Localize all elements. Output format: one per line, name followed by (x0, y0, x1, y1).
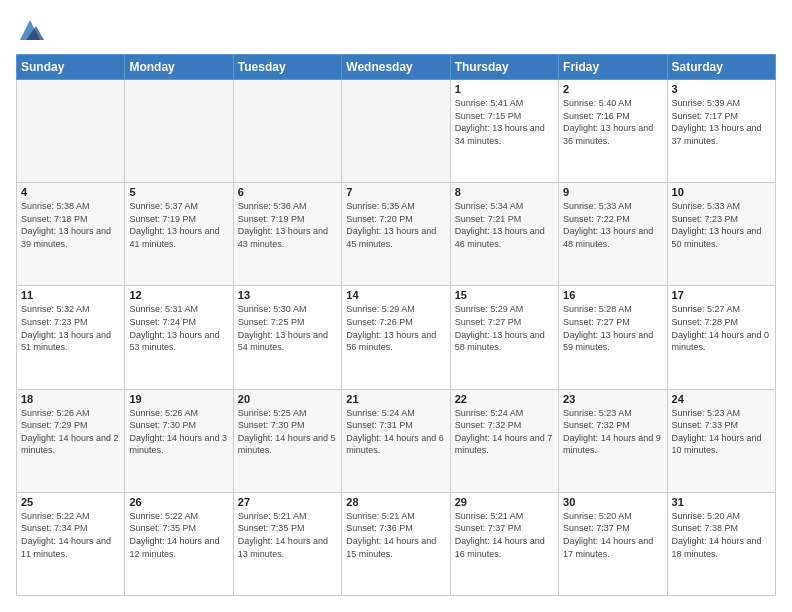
header (16, 16, 776, 44)
weekday-header-friday: Friday (559, 55, 667, 80)
day-info: Sunrise: 5:33 AMSunset: 7:23 PMDaylight:… (672, 200, 771, 250)
day-number: 2 (563, 83, 662, 95)
day-number: 14 (346, 289, 445, 301)
day-info: Sunrise: 5:32 AMSunset: 7:23 PMDaylight:… (21, 303, 120, 353)
day-number: 20 (238, 393, 337, 405)
weekday-header-monday: Monday (125, 55, 233, 80)
calendar-cell: 9Sunrise: 5:33 AMSunset: 7:22 PMDaylight… (559, 183, 667, 286)
day-info: Sunrise: 5:20 AMSunset: 7:37 PMDaylight:… (563, 510, 662, 560)
day-number: 4 (21, 186, 120, 198)
calendar-cell: 8Sunrise: 5:34 AMSunset: 7:21 PMDaylight… (450, 183, 558, 286)
day-number: 18 (21, 393, 120, 405)
day-number: 9 (563, 186, 662, 198)
day-info: Sunrise: 5:29 AMSunset: 7:27 PMDaylight:… (455, 303, 554, 353)
calendar-cell (233, 80, 341, 183)
calendar-week-5: 25Sunrise: 5:22 AMSunset: 7:34 PMDayligh… (17, 492, 776, 595)
calendar-cell: 19Sunrise: 5:26 AMSunset: 7:30 PMDayligh… (125, 389, 233, 492)
day-info: Sunrise: 5:33 AMSunset: 7:22 PMDaylight:… (563, 200, 662, 250)
weekday-header-saturday: Saturday (667, 55, 775, 80)
calendar-cell: 7Sunrise: 5:35 AMSunset: 7:20 PMDaylight… (342, 183, 450, 286)
calendar-cell (17, 80, 125, 183)
day-info: Sunrise: 5:40 AMSunset: 7:16 PMDaylight:… (563, 97, 662, 147)
calendar-cell: 23Sunrise: 5:23 AMSunset: 7:32 PMDayligh… (559, 389, 667, 492)
day-info: Sunrise: 5:29 AMSunset: 7:26 PMDaylight:… (346, 303, 445, 353)
weekday-header-thursday: Thursday (450, 55, 558, 80)
calendar-cell: 12Sunrise: 5:31 AMSunset: 7:24 PMDayligh… (125, 286, 233, 389)
day-number: 27 (238, 496, 337, 508)
calendar-cell: 14Sunrise: 5:29 AMSunset: 7:26 PMDayligh… (342, 286, 450, 389)
calendar-cell: 4Sunrise: 5:38 AMSunset: 7:18 PMDaylight… (17, 183, 125, 286)
weekday-header-tuesday: Tuesday (233, 55, 341, 80)
calendar-cell: 15Sunrise: 5:29 AMSunset: 7:27 PMDayligh… (450, 286, 558, 389)
day-number: 30 (563, 496, 662, 508)
day-number: 8 (455, 186, 554, 198)
day-info: Sunrise: 5:27 AMSunset: 7:28 PMDaylight:… (672, 303, 771, 353)
day-number: 12 (129, 289, 228, 301)
calendar-cell: 5Sunrise: 5:37 AMSunset: 7:19 PMDaylight… (125, 183, 233, 286)
day-info: Sunrise: 5:21 AMSunset: 7:36 PMDaylight:… (346, 510, 445, 560)
calendar-cell (342, 80, 450, 183)
day-number: 5 (129, 186, 228, 198)
day-number: 3 (672, 83, 771, 95)
day-info: Sunrise: 5:30 AMSunset: 7:25 PMDaylight:… (238, 303, 337, 353)
calendar-week-4: 18Sunrise: 5:26 AMSunset: 7:29 PMDayligh… (17, 389, 776, 492)
calendar-cell: 26Sunrise: 5:22 AMSunset: 7:35 PMDayligh… (125, 492, 233, 595)
day-number: 7 (346, 186, 445, 198)
weekday-header-sunday: Sunday (17, 55, 125, 80)
calendar-cell: 31Sunrise: 5:20 AMSunset: 7:38 PMDayligh… (667, 492, 775, 595)
day-info: Sunrise: 5:28 AMSunset: 7:27 PMDaylight:… (563, 303, 662, 353)
day-number: 13 (238, 289, 337, 301)
calendar-cell: 27Sunrise: 5:21 AMSunset: 7:35 PMDayligh… (233, 492, 341, 595)
day-number: 25 (21, 496, 120, 508)
calendar-cell: 21Sunrise: 5:24 AMSunset: 7:31 PMDayligh… (342, 389, 450, 492)
day-number: 11 (21, 289, 120, 301)
day-info: Sunrise: 5:24 AMSunset: 7:31 PMDaylight:… (346, 407, 445, 457)
calendar-cell: 1Sunrise: 5:41 AMSunset: 7:15 PMDaylight… (450, 80, 558, 183)
day-info: Sunrise: 5:25 AMSunset: 7:30 PMDaylight:… (238, 407, 337, 457)
day-number: 16 (563, 289, 662, 301)
logo (16, 16, 48, 44)
day-number: 31 (672, 496, 771, 508)
day-number: 24 (672, 393, 771, 405)
logo-icon (16, 16, 44, 44)
day-info: Sunrise: 5:35 AMSunset: 7:20 PMDaylight:… (346, 200, 445, 250)
day-info: Sunrise: 5:38 AMSunset: 7:18 PMDaylight:… (21, 200, 120, 250)
page: SundayMondayTuesdayWednesdayThursdayFrid… (0, 0, 792, 612)
day-info: Sunrise: 5:23 AMSunset: 7:33 PMDaylight:… (672, 407, 771, 457)
calendar-cell (125, 80, 233, 183)
calendar-cell: 18Sunrise: 5:26 AMSunset: 7:29 PMDayligh… (17, 389, 125, 492)
calendar-table: SundayMondayTuesdayWednesdayThursdayFrid… (16, 54, 776, 596)
calendar-cell: 16Sunrise: 5:28 AMSunset: 7:27 PMDayligh… (559, 286, 667, 389)
calendar-cell: 13Sunrise: 5:30 AMSunset: 7:25 PMDayligh… (233, 286, 341, 389)
day-info: Sunrise: 5:20 AMSunset: 7:38 PMDaylight:… (672, 510, 771, 560)
calendar-cell: 3Sunrise: 5:39 AMSunset: 7:17 PMDaylight… (667, 80, 775, 183)
weekday-header-wednesday: Wednesday (342, 55, 450, 80)
day-info: Sunrise: 5:21 AMSunset: 7:37 PMDaylight:… (455, 510, 554, 560)
calendar-cell: 11Sunrise: 5:32 AMSunset: 7:23 PMDayligh… (17, 286, 125, 389)
day-number: 28 (346, 496, 445, 508)
day-number: 10 (672, 186, 771, 198)
calendar-cell: 20Sunrise: 5:25 AMSunset: 7:30 PMDayligh… (233, 389, 341, 492)
day-number: 15 (455, 289, 554, 301)
day-info: Sunrise: 5:34 AMSunset: 7:21 PMDaylight:… (455, 200, 554, 250)
calendar-cell: 24Sunrise: 5:23 AMSunset: 7:33 PMDayligh… (667, 389, 775, 492)
day-number: 22 (455, 393, 554, 405)
day-info: Sunrise: 5:36 AMSunset: 7:19 PMDaylight:… (238, 200, 337, 250)
day-info: Sunrise: 5:22 AMSunset: 7:34 PMDaylight:… (21, 510, 120, 560)
day-number: 19 (129, 393, 228, 405)
day-number: 29 (455, 496, 554, 508)
day-number: 23 (563, 393, 662, 405)
day-info: Sunrise: 5:24 AMSunset: 7:32 PMDaylight:… (455, 407, 554, 457)
calendar-cell: 22Sunrise: 5:24 AMSunset: 7:32 PMDayligh… (450, 389, 558, 492)
calendar-cell: 6Sunrise: 5:36 AMSunset: 7:19 PMDaylight… (233, 183, 341, 286)
day-number: 6 (238, 186, 337, 198)
calendar-cell: 30Sunrise: 5:20 AMSunset: 7:37 PMDayligh… (559, 492, 667, 595)
day-info: Sunrise: 5:21 AMSunset: 7:35 PMDaylight:… (238, 510, 337, 560)
day-info: Sunrise: 5:23 AMSunset: 7:32 PMDaylight:… (563, 407, 662, 457)
day-info: Sunrise: 5:41 AMSunset: 7:15 PMDaylight:… (455, 97, 554, 147)
calendar-cell: 25Sunrise: 5:22 AMSunset: 7:34 PMDayligh… (17, 492, 125, 595)
day-number: 1 (455, 83, 554, 95)
day-info: Sunrise: 5:26 AMSunset: 7:29 PMDaylight:… (21, 407, 120, 457)
day-number: 17 (672, 289, 771, 301)
day-info: Sunrise: 5:31 AMSunset: 7:24 PMDaylight:… (129, 303, 228, 353)
